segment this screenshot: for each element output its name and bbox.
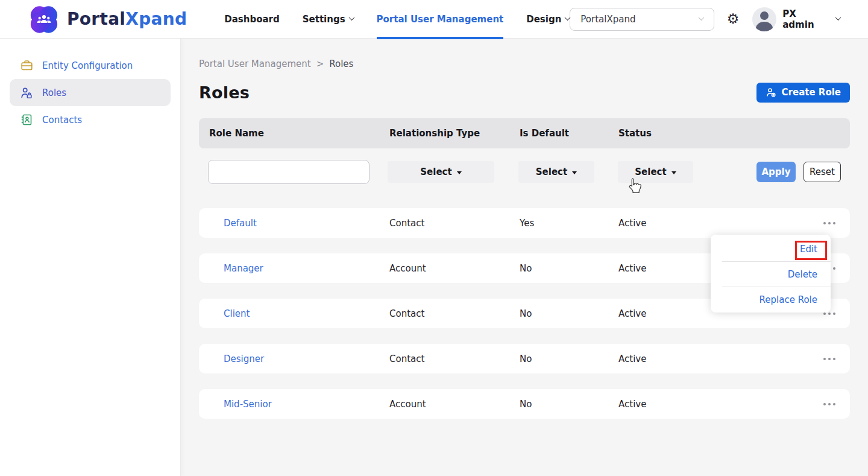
portal-select[interactable]: PortalXpand [570,8,714,31]
is-default-cell: No [520,399,618,410]
row-actions-ellipsis-icon[interactable] [814,399,835,409]
breadcrumb-separator: > [316,59,324,69]
table-header-row: Role Name Relationship Type Is Default S… [199,118,850,148]
brand-wordmark: PortalXpand [67,9,187,29]
briefcase-icon [20,59,33,72]
sidebar-item-roles[interactable]: Roles [10,79,171,106]
address-book-icon [20,113,33,127]
chevron-down-icon [698,14,704,21]
context-menu-item-delete[interactable]: Delete [711,262,831,287]
create-role-button[interactable]: Create Role [756,83,850,103]
user-menu[interactable]: PX admin [782,8,840,30]
status-cell: Active [618,399,814,410]
reset-button[interactable]: Reset [804,162,841,182]
status-cell: Active [618,218,814,229]
column-header-is-default: Is Default [520,128,618,139]
select-label: Select [635,167,666,177]
filter-row: Select Select Select Apply Reset [199,160,850,184]
page-title: Roles [199,83,250,102]
role-name-link[interactable]: Designer [224,354,389,364]
sidebar-item-label: Entity Configuration [42,60,133,71]
is-default-cell: Yes [520,218,618,229]
caret-down-icon [671,171,676,174]
role-name-link[interactable]: Manager [224,263,389,274]
nav-item-label: Settings [303,14,345,25]
relationship-type-cell: Account [389,399,520,410]
relationship-type-cell: Account [389,263,520,274]
is-default-cell: No [520,263,618,274]
column-header-role-name: Role Name [209,128,389,139]
navbar-right-cluster: PortalXpand ⚙ PX admin [570,7,840,31]
chevron-down-icon [835,14,841,21]
is-default-cell: No [520,354,618,364]
sidebar-item-contacts[interactable]: Contacts [10,106,171,133]
nav-item-design[interactable]: Design [526,0,570,39]
create-role-label: Create Role [782,87,841,98]
chevron-down-icon [565,14,571,21]
top-navbar: PortalXpand Dashboard Settings Portal Us… [0,0,868,39]
context-menu-item-edit[interactable]: Edit [711,236,831,261]
relationship-type-cell: Contact [389,354,520,364]
table-row: Default Contact Yes Active [199,208,850,238]
avatar[interactable] [752,7,776,31]
apply-button[interactable]: Apply [756,162,796,182]
nav-item-label: Portal User Management [377,14,504,25]
is-default-cell: No [520,308,618,319]
portalxpand-logo-icon [29,4,59,34]
column-header-relationship-type: Relationship Type [389,128,520,139]
sidebar-item-label: Contacts [42,115,82,125]
portalxpand-logo[interactable]: PortalXpand [29,4,187,34]
role-name-link[interactable]: Client [224,308,389,319]
people-icon [36,13,52,25]
user-lock-icon [20,86,33,100]
select-label: Select [536,167,567,177]
brand-text-primary: Portal [67,9,125,29]
column-header-status: Status [618,128,850,139]
title-row: Roles Create Role [199,81,850,103]
page: { "navbar": { "brand": { "text_primary":… [0,0,868,476]
nav-item-settings[interactable]: Settings [303,0,354,39]
portal-select-value: PortalXpand [580,14,635,25]
nav-item-label: Design [526,14,561,25]
context-menu-item-replace-role[interactable]: Replace Role [711,287,831,312]
breadcrumb: Portal User Management > Roles [199,59,850,69]
user-name-label: PX admin [782,8,831,30]
row-actions-ellipsis-icon[interactable] [814,218,835,228]
gear-icon[interactable]: ⚙ [727,12,740,26]
table-row: Designer Contact No Active [199,344,850,373]
breadcrumb-parent[interactable]: Portal User Management [199,59,311,69]
nav-item-portal-user-management[interactable]: Portal User Management [377,0,504,39]
relationship-type-filter-select[interactable]: Select [388,161,494,183]
is-default-filter-select[interactable]: Select [518,161,594,183]
role-name-link[interactable]: Mid-Senior [224,399,389,410]
nav-item-dashboard[interactable]: Dashboard [224,0,279,39]
nav-item-label: Dashboard [224,14,279,25]
user-plus-icon [766,87,776,98]
caret-down-icon [457,171,462,174]
sidebar-item-entity-configuration[interactable]: Entity Configuration [10,52,171,79]
select-label: Select [420,167,451,177]
sidebar-item-label: Roles [42,87,66,98]
sidebar: Entity Configuration Roles Contacts [0,39,181,476]
relationship-type-cell: Contact [389,308,520,319]
role-name-filter-input[interactable] [208,160,370,184]
table-row: Mid-Senior Account No Active [199,389,850,419]
primary-nav: Dashboard Settings Portal User Managemen… [224,0,570,39]
brand-text-secondary: Xpand [125,9,187,29]
relationship-type-cell: Contact [389,218,520,229]
status-cell: Active [618,354,814,364]
breadcrumb-current: Roles [329,59,353,69]
row-actions-ellipsis-icon[interactable] [814,354,835,364]
status-filter-select[interactable]: Select [618,161,693,183]
row-actions-context-menu: Edit Delete Replace Role [711,235,831,313]
role-name-link[interactable]: Default [224,218,389,229]
chevron-down-icon [348,14,354,21]
caret-down-icon [572,171,577,174]
